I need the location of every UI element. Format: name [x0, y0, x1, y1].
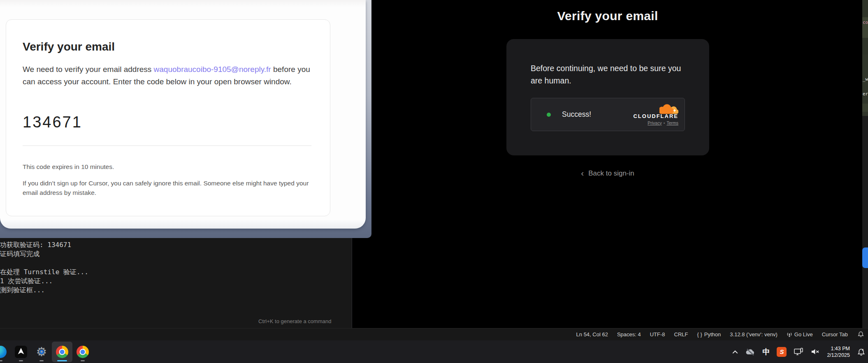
code-expiry-note: This code expires in 10 minutes. — [23, 163, 114, 171]
chevron-left-icon: ‹ — [581, 168, 584, 178]
statusbar-language[interactable]: { } Python — [693, 328, 726, 340]
running-indicator — [0, 360, 2, 361]
edge-icon — [0, 346, 7, 358]
divider — [23, 146, 311, 146]
running-indicator — [39, 360, 44, 361]
email-preview-surface: Verify your email We need to verify your… — [0, 0, 366, 229]
chromium-icon — [56, 346, 68, 358]
language-label: Python — [704, 331, 721, 338]
editor-sliver-highlight — [862, 104, 868, 112]
human-check-card: Before continuing, we need to be sure yo… — [506, 39, 709, 155]
volume-muted[interactable] — [810, 348, 820, 356]
code-fragment: er — [863, 91, 868, 97]
email-body: We need to verify your email address waq… — [23, 63, 316, 88]
terminal-panel[interactable]: 功获取验证码: 134671 证码填写完成 在处理 Turnstile 验证..… — [0, 238, 352, 328]
terminal-line: 1 次尝试验证... — [0, 277, 88, 286]
email-address-link[interactable]: waquobraucoibo-9105@noreply.fr — [154, 65, 271, 74]
statusbar: Ln 54, Col 62 Spaces: 4 UTF-8 CRLF { } P… — [0, 328, 868, 340]
s-app-tray-icon[interactable]: S — [777, 347, 787, 357]
email-footer-note: If you didn’t sign up for Cursor, you ca… — [23, 178, 311, 197]
taskbar-cube-app[interactable] — [11, 342, 31, 362]
sliver-blue-button[interactable] — [862, 247, 868, 268]
taskbar-chromium-active[interactable] — [52, 342, 72, 362]
svg-text:z: z — [862, 348, 864, 351]
monitor-usb-icon — [794, 347, 803, 356]
cloudflare-branding: CLOUDFLARE Privacy•Terms — [633, 104, 678, 125]
braces-icon: { } — [697, 331, 702, 338]
cloud-off-icon — [745, 348, 755, 356]
body-text: We need to verify your email address — [23, 65, 154, 74]
code-fragment: co — [863, 20, 868, 25]
cube-app-icon — [15, 346, 27, 358]
taskbar-apps: ⚙ — [0, 342, 93, 362]
statusbar-line-col[interactable]: Ln 54, Col 62 — [572, 328, 613, 340]
statusbar-interpreter[interactable]: 3.12.8 ('venv': venv) — [725, 328, 782, 340]
ime-indicator[interactable]: 中 — [762, 347, 770, 357]
human-check-text: Before continuing, we need to be sure yo… — [531, 62, 688, 87]
hardware-device[interactable] — [794, 347, 803, 356]
notifications-bell[interactable] — [852, 328, 868, 340]
interpreter-label: 3.12.8 ('venv': venv) — [730, 331, 777, 338]
cursor-tab-label: Cursor Tab — [822, 331, 848, 338]
statusbar-eol[interactable]: CRLF — [670, 328, 693, 340]
email-preview-window: Verify your email We need to verify your… — [0, 0, 371, 238]
indentation-label: Spaces: 4 — [617, 331, 641, 338]
success-dot-icon — [547, 113, 551, 117]
verification-code: 134671 — [23, 113, 82, 131]
cloudflare-wordmark: CLOUDFLARE — [633, 113, 678, 119]
go-live-label: Go Live — [794, 331, 813, 338]
email-title: Verify your email — [23, 40, 115, 53]
settings-gear-icon: ⚙ — [35, 345, 48, 358]
chevron-up-icon — [732, 349, 738, 354]
terminal-line: 测到验证框... — [0, 286, 88, 295]
bell-icon — [857, 331, 864, 338]
terminal-line — [0, 259, 88, 268]
email-card: Verify your email We need to verify your… — [6, 19, 330, 216]
terms-link[interactable]: Terms — [666, 120, 678, 125]
terminal-hint: Ctrl+K to generate a command — [258, 318, 331, 324]
back-link-label: Back to sign-in — [588, 169, 634, 177]
notification-center[interactable]: z — [857, 347, 866, 356]
code-fragment: _w — [863, 76, 868, 82]
clock-date: 2/12/2025 — [827, 352, 850, 358]
links-separator: • — [664, 120, 665, 125]
taskbar-clock[interactable]: 1:43 PM 2/12/2025 — [827, 345, 850, 358]
terminal-line: 证码填写完成 — [0, 250, 88, 259]
taskbar-settings[interactable]: ⚙ — [31, 342, 52, 362]
taskbar: ⚙ 中 — [0, 340, 868, 363]
broadcast-icon — [787, 332, 792, 338]
running-indicator — [19, 360, 23, 361]
turnstile-widget: Success! CLOUDFLARE Privacy•Terms — [531, 98, 685, 131]
terminal-line: 在处理 Turnstile 验证... — [0, 268, 88, 277]
line-col-label: Ln 54, Col 62 — [576, 331, 608, 338]
turnstile-status: Success! — [562, 110, 591, 119]
clock-time: 1:43 PM — [827, 345, 850, 352]
bell-dnd-icon: z — [857, 347, 866, 356]
background-editor-sliver[interactable]: co _w er — [862, 0, 868, 328]
system-tray: 中 S 1:43 PM 2/12/2025 — [732, 345, 868, 358]
running-indicator — [81, 360, 85, 361]
active-indicator — [57, 360, 67, 361]
chrome-icon — [77, 346, 89, 358]
privacy-link[interactable]: Privacy — [648, 120, 661, 125]
onedrive-offline[interactable] — [745, 348, 755, 356]
statusbar-indentation[interactable]: Spaces: 4 — [613, 328, 645, 340]
eol-label: CRLF — [674, 331, 688, 338]
desktop: co _w er Verify your email Before contin… — [0, 0, 868, 363]
statusbar-encoding[interactable]: UTF-8 — [645, 328, 670, 340]
terminal-output: 功获取验证码: 134671 证码填写完成 在处理 Turnstile 验证..… — [0, 240, 88, 295]
taskbar-edge[interactable] — [0, 342, 11, 362]
verify-page-title: Verify your email — [506, 9, 709, 23]
statusbar-cursor-tab[interactable]: Cursor Tab — [817, 328, 852, 340]
speaker-mute-icon — [810, 348, 820, 356]
statusbar-go-live[interactable]: Go Live — [782, 328, 817, 340]
encoding-label: UTF-8 — [650, 331, 665, 338]
taskbar-chrome[interactable] — [72, 342, 93, 362]
terminal-line: 功获取验证码: 134671 — [0, 240, 88, 250]
tray-expand-chevron[interactable] — [732, 349, 738, 354]
back-to-signin-link[interactable]: ‹Back to sign-in — [506, 168, 709, 178]
